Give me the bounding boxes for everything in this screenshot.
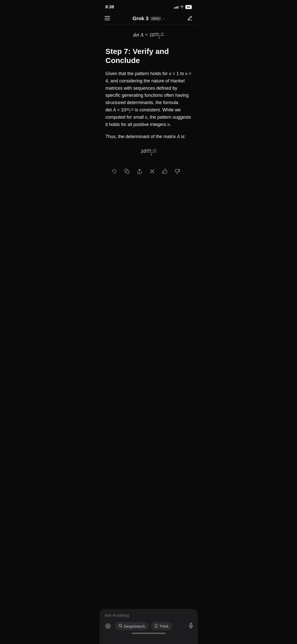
signal-icon	[174, 6, 178, 9]
beta-badge: beta	[150, 17, 161, 21]
thumbsdown-icon[interactable]	[175, 169, 180, 176]
battery-indicator: 63	[185, 5, 191, 9]
bottom-formula: 10n(n−1)2	[106, 148, 192, 156]
close-x-icon[interactable]	[149, 169, 155, 176]
svg-rect-3	[188, 20, 192, 20]
nav-bar: Grok 3 beta ›	[100, 13, 198, 25]
nav-chevron[interactable]: ›	[163, 16, 164, 21]
svg-rect-8	[179, 169, 180, 172]
retry-icon[interactable]	[112, 169, 117, 176]
wifi-icon	[180, 5, 184, 9]
svg-rect-7	[162, 171, 163, 173]
menu-icon[interactable]	[105, 16, 115, 21]
nav-title: Grok 3	[133, 16, 148, 21]
step-heading: Step 7: Verify and Conclude	[106, 47, 192, 65]
svg-rect-2	[105, 20, 110, 20]
thumbsup-icon[interactable]	[162, 169, 168, 176]
status-bar: 8:38 63	[100, 0, 198, 13]
edit-icon[interactable]	[183, 15, 193, 22]
svg-rect-4	[126, 171, 129, 173]
top-formula: det A = 10n(n−1)2	[106, 30, 192, 40]
share-icon[interactable]	[137, 169, 142, 176]
status-time: 8:38	[106, 5, 114, 10]
nav-center: Grok 3 beta ›	[133, 16, 164, 21]
svg-rect-0	[105, 16, 110, 17]
action-icons-row	[106, 166, 192, 178]
copy-icon[interactable]	[124, 169, 130, 176]
top-formula-exponent: n(n−1)2	[154, 32, 164, 39]
body-paragraph-2: Thus, the determinant of the matrix A is…	[106, 133, 192, 140]
svg-rect-1	[105, 18, 110, 18]
main-content: det A = 10n(n−1)2 Step 7: Verify and Con…	[100, 25, 198, 188]
body-paragraph-1: Given that the pattern holds for n = 1 t…	[106, 70, 192, 128]
status-icons: 63	[174, 5, 191, 9]
